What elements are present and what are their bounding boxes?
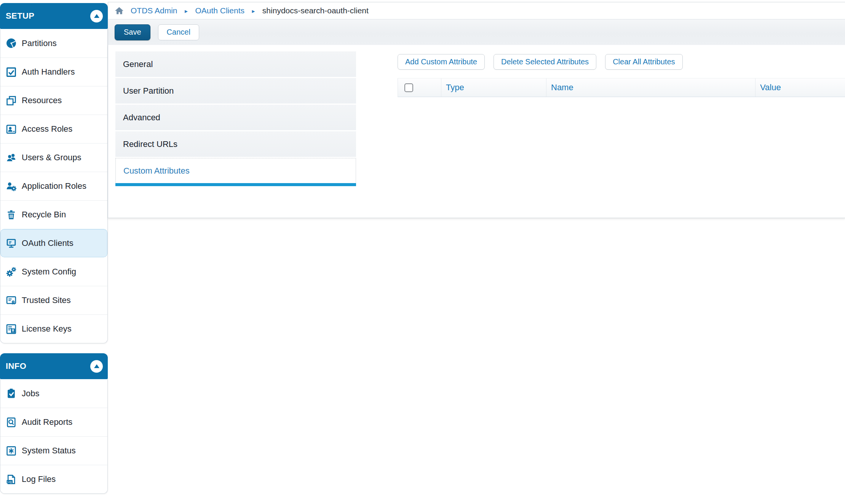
- column-header-label: Type: [446, 83, 464, 93]
- log-files-icon: Log: [5, 474, 17, 485]
- action-toolbar: Save Cancel: [108, 19, 845, 45]
- tab-advanced[interactable]: Advanced: [115, 105, 356, 130]
- select-all-checkbox[interactable]: [404, 83, 413, 92]
- sidebar-item-label: License Keys: [22, 324, 72, 334]
- breadcrumb: OTDS Admin ► OAuth Clients ► shinydocs-s…: [108, 2, 845, 19]
- sidebar-item-audit-reports[interactable]: Audit Reports: [0, 408, 107, 436]
- sidebar-item-auth-handlers[interactable]: Auth Handlers: [0, 57, 107, 86]
- tab-custom-attributes[interactable]: Custom Attributes: [115, 158, 356, 183]
- sidebar-item-application-roles[interactable]: Application Roles: [0, 172, 107, 200]
- sidebar-item-access-roles[interactable]: Access Roles: [0, 115, 107, 143]
- tab-label: User Partition: [123, 86, 174, 96]
- sidebar-section-setup: SETUP Partitions Auth Handlers Res: [0, 3, 108, 343]
- sidebar-item-label: Trusted Sites: [22, 295, 71, 305]
- sidebar-section-title: SETUP: [6, 11, 34, 21]
- sidebar-item-recycle-bin[interactable]: Recycle Bin: [0, 200, 107, 229]
- sidebar-item-system-status[interactable]: System Status: [0, 436, 107, 465]
- home-icon[interactable]: [114, 6, 124, 15]
- tab-general[interactable]: General: [115, 51, 356, 77]
- content-region: OTDS Admin ► OAuth Clients ► shinydocs-s…: [108, 0, 845, 504]
- column-header-label: Value: [760, 83, 781, 93]
- sidebar-item-oauth-clients[interactable]: OAuth Clients: [0, 229, 107, 257]
- sidebar-item-label: Resources: [22, 96, 62, 105]
- sidebar-item-label: Users & Groups: [22, 153, 81, 163]
- collapse-up-icon[interactable]: [90, 360, 103, 373]
- oauth-clients-icon: [5, 238, 17, 249]
- attributes-table-header: Type Name Value: [398, 78, 845, 97]
- sidebar-item-label: System Config: [22, 267, 76, 277]
- sidebar-item-label: OAuth Clients: [22, 238, 73, 248]
- sidebar-item-jobs[interactable]: Jobs: [0, 379, 107, 408]
- sidebar-item-log-files[interactable]: Log Log Files: [0, 465, 107, 493]
- column-header-type[interactable]: Type: [441, 78, 546, 97]
- clear-all-attributes-button[interactable]: Clear All Attributes: [605, 54, 682, 70]
- sidebar-item-label: System Status: [22, 446, 76, 456]
- delete-selected-attributes-button[interactable]: Delete Selected Attributes: [494, 54, 596, 70]
- sidebar-item-label: Auth Handlers: [22, 67, 75, 77]
- breadcrumb-current: shinydocs-search-oauth-client: [262, 6, 369, 15]
- sidebar-section-title: INFO: [6, 361, 26, 371]
- breadcrumb-arrow-icon: ►: [251, 8, 256, 14]
- resources-icon: [5, 95, 17, 106]
- breadcrumb-link-oauth-clients[interactable]: OAuth Clients: [195, 6, 244, 15]
- add-custom-attribute-button[interactable]: Add Custom Attribute: [398, 54, 485, 70]
- sidebar-section-header-setup[interactable]: SETUP: [0, 3, 108, 29]
- sidebar-item-label: Application Roles: [22, 181, 86, 191]
- custom-attributes-actions: Add Custom Attribute Delete Selected Att…: [398, 54, 683, 70]
- save-button[interactable]: Save: [115, 24, 150, 40]
- tab-label: Redirect URLs: [123, 139, 177, 149]
- tab-user-partition[interactable]: User Partition: [115, 78, 356, 104]
- tab-label: General: [123, 59, 153, 69]
- cancel-button[interactable]: Cancel: [158, 24, 199, 40]
- recycle-bin-icon: [5, 209, 17, 220]
- tab-label: Advanced: [123, 113, 160, 123]
- sidebar-item-label: Access Roles: [22, 124, 72, 134]
- trusted-sites-icon: [5, 295, 17, 306]
- access-roles-icon: [5, 123, 17, 135]
- application-roles-icon: [5, 180, 17, 192]
- sidebar-item-resources[interactable]: Resources: [0, 86, 107, 115]
- sidebar-item-label: Log Files: [22, 474, 56, 484]
- breadcrumb-link-otds-admin[interactable]: OTDS Admin: [131, 6, 177, 15]
- svg-text:Log: Log: [7, 480, 11, 483]
- system-config-icon: [5, 266, 17, 278]
- column-header-value[interactable]: Value: [756, 78, 845, 97]
- jobs-icon: [5, 388, 17, 399]
- oauth-client-panel: General User Partition Advanced Redirect…: [108, 45, 845, 218]
- sidebar-section-body-setup: Partitions Auth Handlers Resources Acces…: [0, 29, 108, 343]
- tab-list: General User Partition Advanced Redirect…: [115, 51, 356, 183]
- sidebar-item-label: Audit Reports: [22, 417, 72, 427]
- partitions-icon: [5, 38, 17, 49]
- sidebar-item-trusted-sites[interactable]: Trusted Sites: [0, 286, 107, 314]
- license-keys-icon: [5, 323, 17, 335]
- column-header-label: Name: [551, 83, 573, 93]
- tab-label: Custom Attributes: [123, 166, 190, 176]
- sidebar-item-license-keys[interactable]: License Keys: [0, 314, 107, 343]
- users-groups-icon: [5, 152, 17, 163]
- sidebar-item-label: Recycle Bin: [22, 210, 66, 220]
- audit-reports-icon: [5, 416, 17, 428]
- select-all-column: [398, 78, 441, 97]
- sidebar-item-label: Jobs: [22, 389, 39, 399]
- sidebar-item-system-config[interactable]: System Config: [0, 257, 107, 286]
- sidebar-item-label: Partitions: [22, 38, 57, 48]
- sidebar: SETUP Partitions Auth Handlers Res: [0, 3, 108, 504]
- sidebar-section-header-info[interactable]: INFO: [0, 353, 108, 379]
- sidebar-section-body-info: Jobs Audit Reports System Status Log Log…: [0, 379, 108, 494]
- tab-redirect-urls[interactable]: Redirect URLs: [115, 131, 356, 157]
- sidebar-item-partitions[interactable]: Partitions: [0, 29, 107, 57]
- column-header-name[interactable]: Name: [546, 78, 756, 97]
- breadcrumb-arrow-icon: ►: [184, 8, 189, 14]
- sidebar-item-users-groups[interactable]: Users & Groups: [0, 143, 107, 172]
- auth-handlers-icon: [5, 66, 17, 78]
- collapse-up-icon[interactable]: [90, 10, 103, 22]
- system-status-icon: [5, 445, 17, 456]
- sidebar-section-info: INFO Jobs Audit Reports System Sta: [0, 353, 108, 494]
